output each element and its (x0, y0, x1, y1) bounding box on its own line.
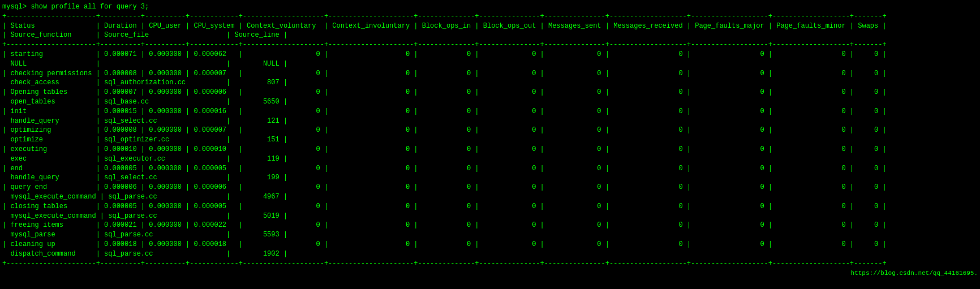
command-line: mysql> show profile all for query 3; (2, 2, 978, 12)
terminal-window: mysql> show profile all for query 3; +--… (2, 2, 978, 278)
table-output: +----------------------+----------+-----… (2, 12, 978, 269)
url-reference: https://blog.csdn.net/qq_44161695. (2, 269, 978, 278)
